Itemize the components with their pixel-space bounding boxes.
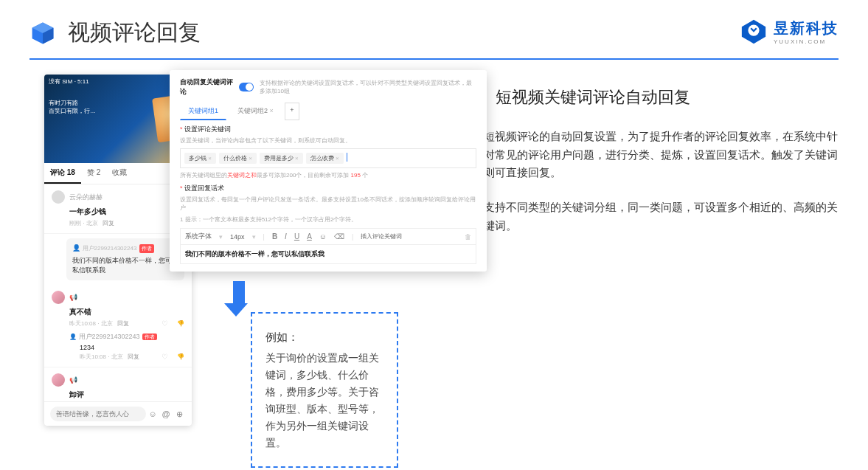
example-body: 关于询价的设置成一组关键词，多少钱、什么价格，费用多少等。关于咨询班型、版本、型… bbox=[265, 350, 383, 452]
label-reply: 设置回复话术 bbox=[180, 184, 476, 193]
add-group-button[interactable]: + bbox=[285, 103, 299, 120]
page-header: 视频评论回复 bbox=[0, 0, 868, 58]
heart-icon[interactable]: ♡ bbox=[162, 319, 168, 328]
keyword-group-tabs: 关键词组1 关键词组2 × + bbox=[180, 103, 476, 120]
author-tag: 作者 bbox=[142, 334, 157, 340]
panel-desc: 支持根据评论的关键词设置回复话术，可以针对不同类型关键词设置回复话术，最多添加1… bbox=[260, 79, 476, 95]
bullet-item: 短视频评论的自动回复设置，为了提升作者的评论回复效率，在系统中针对常见的评论用户… bbox=[465, 128, 839, 182]
avatar-icon: 👤 bbox=[72, 244, 80, 252]
bullet-item: 支持不同类型的关键词分组，同一类问题，可设置多个相近的、高频的关键词。 bbox=[465, 198, 839, 235]
logo-icon bbox=[740, 18, 768, 46]
reply-link[interactable]: 回复 bbox=[128, 353, 139, 361]
comment-item: 📢 卸评 bbox=[44, 367, 192, 401]
tab-likes[interactable]: 赞 2 bbox=[81, 163, 106, 184]
tab-comments[interactable]: 评论 18 bbox=[44, 163, 81, 184]
comment-user: 📢 bbox=[69, 376, 77, 384]
keyword-chip[interactable]: 什么价格 bbox=[219, 153, 257, 164]
arrow-icon bbox=[230, 281, 248, 317]
label-keywords: 设置评论关键词 bbox=[180, 125, 476, 134]
brand-logo: 昱新科技 YUUXIN.COM bbox=[740, 18, 839, 46]
comment-user: 云朵的赫赫 bbox=[69, 193, 103, 202]
heart-icon[interactable]: ♡ bbox=[162, 353, 168, 361]
logo-text-cn: 昱新科技 bbox=[774, 18, 839, 38]
page-title: 视频评论回复 bbox=[68, 18, 201, 48]
dislike-icon[interactable]: 👎 bbox=[177, 353, 184, 360]
color-icon[interactable]: A bbox=[307, 232, 312, 241]
toggle-switch[interactable] bbox=[239, 83, 254, 91]
font-select[interactable]: 系统字体 bbox=[185, 232, 212, 241]
desc-reply: 设置回复话术，每回复一个用户评论只发送一条话术。最多支持设置10条不同话术，按添… bbox=[180, 196, 476, 212]
cursor bbox=[347, 153, 347, 162]
comment-input-bar: ☺ @ ⊕ bbox=[44, 401, 192, 426]
logo-text-en: YUUXIN.COM bbox=[774, 38, 839, 45]
description-column: 短视频关键词评论自动回复 短视频评论的自动回复设置，为了提升作者的评论回复效率，… bbox=[428, 75, 839, 251]
phone-status: 没有 SIM · 5:11 bbox=[49, 77, 187, 86]
avatar bbox=[52, 190, 65, 204]
bullet-text: 支持不同类型的关键词分组，同一类问题，可设置多个相近的、高频的关键词。 bbox=[484, 198, 839, 235]
panel-title: 自动回复关键词评论 bbox=[180, 77, 233, 97]
reply-text: 1234 bbox=[80, 344, 184, 351]
reply-text: 我们不同的版本价格不一样，您可以私信联系我 bbox=[72, 256, 178, 274]
author-tag: 作者 bbox=[139, 244, 154, 253]
clear-icon[interactable]: ⌫ bbox=[334, 232, 344, 241]
avatar bbox=[52, 373, 65, 387]
cube-icon bbox=[29, 20, 56, 46]
bullet-text: 短视频评论的自动回复设置，为了提升作者的评论回复效率，在系统中针对常见的评论用户… bbox=[484, 128, 839, 182]
reply-editor[interactable]: 我们不同的版本价格不一样，您可以私信联系我 bbox=[180, 244, 476, 264]
tab-group-2[interactable]: 关键词组2 × bbox=[229, 103, 282, 120]
reply-link[interactable]: 回复 bbox=[103, 219, 114, 227]
underline-icon[interactable]: U bbox=[294, 232, 299, 241]
editor-toolbar: 系统字体▾ 14px▾ | B I U A ☺ ⌫ | 插入评论关键词 🗑 bbox=[180, 228, 476, 244]
auto-reply-bubble: 👤 用户2299214302243作者 我们不同的版本价格不一样，您可以私信联系… bbox=[66, 238, 184, 280]
desc-keywords: 设置关键词，当评论内容包含了以下关键词，则系统可自动回复。 bbox=[180, 136, 476, 145]
section-title: 短视频关键词评论自动回复 bbox=[496, 86, 690, 108]
keyword-chip[interactable]: 怎么收费 bbox=[306, 153, 344, 164]
comment-input[interactable] bbox=[50, 407, 146, 421]
insert-keyword-button[interactable]: 插入评论关键词 bbox=[361, 232, 402, 241]
tab-fav[interactable]: 收藏 bbox=[106, 163, 133, 184]
example-heading: 例如： bbox=[265, 328, 383, 347]
avatar bbox=[52, 291, 65, 304]
delete-icon[interactable]: 🗑 bbox=[465, 233, 471, 241]
close-icon[interactable]: × bbox=[270, 107, 274, 114]
comment-text: 真不错 bbox=[69, 307, 184, 317]
italic-icon[interactable]: I bbox=[285, 232, 287, 241]
comment-text: 一年多少钱 bbox=[69, 207, 184, 217]
keyword-note: 所有关键词组里的关键词之和最多可添加200个，目前剩余可添加 195 个 bbox=[180, 171, 476, 179]
tab-group-1[interactable]: 关键词组1 bbox=[180, 103, 226, 120]
size-select[interactable]: 14px bbox=[230, 233, 245, 241]
gift-icon[interactable]: ⊕ bbox=[173, 409, 186, 419]
comment-text: 卸评 bbox=[69, 390, 184, 400]
keyword-input[interactable]: 多少钱 什么价格 费用是多少 怎么收费 bbox=[180, 148, 476, 168]
screenshot-area: 没有 SIM · 5:11 有时刀有路 百笑口有限，行… 评论 18 赞 2 收… bbox=[29, 75, 428, 251]
at-icon[interactable]: @ bbox=[159, 409, 173, 418]
emoji-icon[interactable]: ☺ bbox=[319, 232, 327, 241]
dislike-icon[interactable]: 👎 bbox=[177, 320, 184, 327]
comment-item: 📢 真不错 昨天10:08 · 北京回复♡👎 👤 用户2299214302243… bbox=[44, 285, 192, 367]
reply-link[interactable]: 回复 bbox=[117, 319, 129, 328]
emoji-icon[interactable]: ☺ bbox=[146, 409, 159, 418]
reply-user: 用户2299214302243 bbox=[79, 333, 140, 340]
keyword-chip[interactable]: 费用是多少 bbox=[260, 153, 303, 164]
bold-icon[interactable]: B bbox=[272, 232, 277, 241]
example-callout: 例如： 关于询价的设置成一组关键词，多少钱、什么价格，费用多少等。关于咨询班型、… bbox=[251, 312, 398, 468]
comment-user: 📢 bbox=[69, 294, 77, 301]
settings-panel: 自动回复关键词评论 支持根据评论的关键词设置回复话术，可以针对不同类型关键词设置… bbox=[170, 70, 487, 272]
keyword-chip[interactable]: 多少钱 bbox=[184, 153, 216, 164]
reply-user: 用户2299214302243 bbox=[83, 245, 137, 252]
reply-tip: 1 提示：一个富文本框最多支持512个字符，一个汉字占用2个字符。 bbox=[180, 215, 476, 224]
avatar-icon: 👤 bbox=[69, 334, 77, 340]
